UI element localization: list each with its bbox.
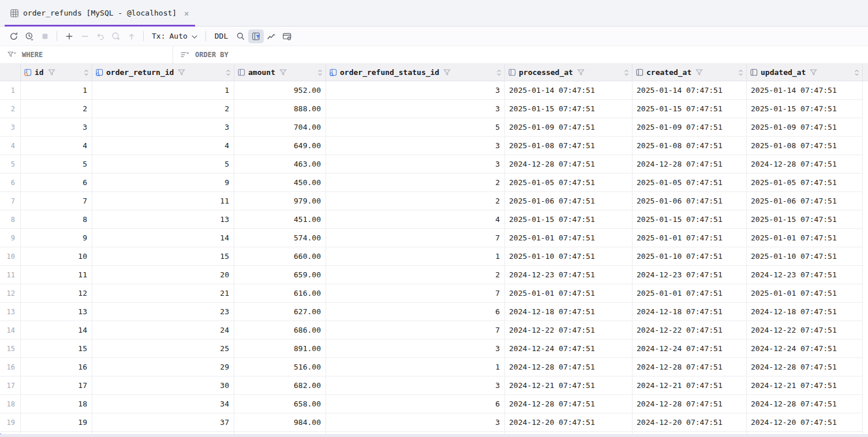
cell-processed_at[interactable]: 2025-01-01 07:47:51 xyxy=(505,284,633,302)
cell-created_at[interactable]: 2024-12-18 07:47:51 xyxy=(633,303,747,321)
cell-processed_at[interactable]: 2024-12-28 07:47:51 xyxy=(505,358,633,376)
cell-order_refund_status_id[interactable]: 5 xyxy=(326,118,505,136)
row-number-header[interactable] xyxy=(0,64,21,81)
cell-amount[interactable]: 658.00 xyxy=(234,395,326,413)
cell-amount[interactable]: 574.00 xyxy=(234,229,326,247)
cell-updated_at[interactable]: 2024-12-18 07:47:51 xyxy=(747,303,863,321)
cell-created_at[interactable]: 2024-12-20 07:47:51 xyxy=(633,413,747,431)
cell-order_refund_status_id[interactable]: 4 xyxy=(326,210,505,228)
row-number[interactable]: 11 xyxy=(0,266,21,284)
cell-order_return_id[interactable]: 30 xyxy=(92,376,234,394)
cell-updated_at[interactable]: 2025-01-10 07:47:51 xyxy=(747,247,863,265)
chart-button[interactable] xyxy=(264,29,279,43)
cell-order_return_id[interactable]: 29 xyxy=(92,358,234,376)
cell-order_refund_status_id[interactable]: 3 xyxy=(326,413,505,431)
cell-processed_at[interactable]: 2025-01-08 07:47:51 xyxy=(505,137,633,155)
cell-id[interactable]: 6 xyxy=(21,174,92,191)
cell-order_refund_status_id[interactable]: 6 xyxy=(326,303,505,321)
cell-amount[interactable]: 660.00 xyxy=(234,247,326,265)
cell-order_refund_status_id[interactable]: 3 xyxy=(326,155,505,173)
cell-order_refund_status_id[interactable]: 1 xyxy=(326,358,505,376)
row-number[interactable]: 8 xyxy=(0,210,21,228)
cell-amount[interactable]: 682.00 xyxy=(234,376,326,394)
cell-order_return_id[interactable]: 2 xyxy=(92,100,234,118)
cell-processed_at[interactable]: 2024-12-20 07:47:51 xyxy=(505,413,633,431)
cell-id[interactable]: 16 xyxy=(21,358,92,376)
row-number[interactable]: 10 xyxy=(0,247,21,265)
cell-id[interactable]: 11 xyxy=(21,266,92,284)
cell-order_return_id[interactable]: 15 xyxy=(92,247,234,265)
row-number[interactable]: 12 xyxy=(0,284,21,302)
cell-id[interactable]: 17 xyxy=(21,376,92,394)
cell-id[interactable]: 10 xyxy=(21,247,92,265)
cell-created_at[interactable]: 2024-12-22 07:47:51 xyxy=(633,321,747,339)
filter-funnel-icon[interactable] xyxy=(178,69,185,76)
cell-id[interactable]: 19 xyxy=(21,413,92,431)
cell-processed_at[interactable]: 2024-12-24 07:47:51 xyxy=(505,340,633,357)
cell-created_at[interactable]: 2025-01-01 07:47:51 xyxy=(633,284,747,302)
cell-id[interactable]: 18 xyxy=(21,395,92,413)
sort-icon[interactable] xyxy=(738,69,743,76)
cell-amount[interactable]: 984.00 xyxy=(234,413,326,431)
cell-updated_at[interactable]: 2025-01-09 07:47:51 xyxy=(747,118,863,136)
cell-id[interactable]: 14 xyxy=(21,321,92,339)
row-number[interactable]: 2 xyxy=(0,100,21,118)
cell-created_at[interactable]: 2025-01-08 07:47:51 xyxy=(633,137,747,155)
tab-order-refunds[interactable]: order_refunds [MySQL - @localhost] ✕ xyxy=(5,0,195,26)
cell-amount[interactable]: 704.00 xyxy=(234,118,326,136)
cell-created_at[interactable]: 2024-12-28 07:47:51 xyxy=(633,395,747,413)
cell-amount[interactable]: 979.00 xyxy=(234,192,326,210)
cell-order_refund_status_id[interactable]: 3 xyxy=(326,137,505,155)
cell-order_refund_status_id[interactable]: 7 xyxy=(326,284,505,302)
row-number[interactable]: 14 xyxy=(0,321,21,339)
cell-id[interactable]: 15 xyxy=(21,340,92,357)
cell-updated_at[interactable]: 2024-12-28 07:47:51 xyxy=(747,155,863,173)
row-number[interactable]: 13 xyxy=(0,303,21,321)
cell-amount[interactable]: 450.00 xyxy=(234,174,326,191)
cell-created_at[interactable]: 2024-12-21 07:47:51 xyxy=(633,376,747,394)
cell-order_return_id[interactable]: 11 xyxy=(92,192,234,210)
cell-processed_at[interactable]: 2025-01-15 07:47:51 xyxy=(505,100,633,118)
row-number[interactable]: 1 xyxy=(0,81,21,99)
cell-id[interactable]: 1 xyxy=(21,81,92,99)
cell-created_at[interactable]: 2025-01-15 07:47:51 xyxy=(633,100,747,118)
cell-id[interactable]: 3 xyxy=(21,118,92,136)
cell-order_refund_status_id[interactable]: 3 xyxy=(326,100,505,118)
cell-order_return_id[interactable]: 13 xyxy=(92,210,234,228)
cell-updated_at[interactable]: 2025-01-15 07:47:51 xyxy=(747,210,863,228)
cell-order_return_id[interactable]: 3 xyxy=(92,118,234,136)
cell-updated_at[interactable]: 2024-12-28 07:47:51 xyxy=(747,395,863,413)
where-filter-field[interactable]: WHERE xyxy=(0,46,173,63)
cell-processed_at[interactable]: 2025-01-09 07:47:51 xyxy=(505,118,633,136)
cell-id[interactable]: 13 xyxy=(21,303,92,321)
cell-processed_at[interactable]: 2024-12-22 07:47:51 xyxy=(505,321,633,339)
cell-amount[interactable]: 516.00 xyxy=(234,358,326,376)
cell-order_return_id[interactable]: 34 xyxy=(92,395,234,413)
ddl-button[interactable]: DDL xyxy=(210,32,233,40)
cell-id[interactable]: 9 xyxy=(21,229,92,247)
cell-order_refund_status_id[interactable]: 7 xyxy=(326,229,505,247)
filter-funnel-icon[interactable] xyxy=(443,69,451,76)
cell-order_refund_status_id[interactable]: 3 xyxy=(326,81,505,99)
cell-amount[interactable]: 952.00 xyxy=(234,81,326,99)
cell-id[interactable]: 7 xyxy=(21,192,92,210)
cell-processed_at[interactable]: 2025-01-15 07:47:51 xyxy=(505,210,633,228)
reload-data-button[interactable] xyxy=(6,29,21,43)
cell-amount[interactable]: 616.00 xyxy=(234,284,326,302)
cell-order_return_id[interactable]: 23 xyxy=(92,303,234,321)
cell-updated_at[interactable]: 2025-01-01 07:47:51 xyxy=(747,284,863,302)
cell-processed_at[interactable]: 2025-01-14 07:47:51 xyxy=(505,81,633,99)
row-number[interactable]: 3 xyxy=(0,118,21,136)
column-header-order_refund_status_id[interactable]: order_refund_status_id xyxy=(326,64,505,81)
sort-icon[interactable] xyxy=(226,69,231,76)
cell-order_refund_status_id[interactable]: 2 xyxy=(326,192,505,210)
cell-processed_at[interactable]: 2024-12-28 07:47:51 xyxy=(505,155,633,173)
cell-order_return_id[interactable]: 37 xyxy=(92,413,234,431)
cell-order_return_id[interactable]: 5 xyxy=(92,155,234,173)
cell-created_at[interactable]: 2024-12-28 07:47:51 xyxy=(633,155,747,173)
column-header-created_at[interactable]: created_at xyxy=(633,64,747,81)
cell-amount[interactable]: 686.00 xyxy=(234,321,326,339)
cell-id[interactable]: 12 xyxy=(21,284,92,302)
row-filter-toggle-button[interactable] xyxy=(248,29,264,43)
column-header-id[interactable]: id xyxy=(21,64,92,81)
